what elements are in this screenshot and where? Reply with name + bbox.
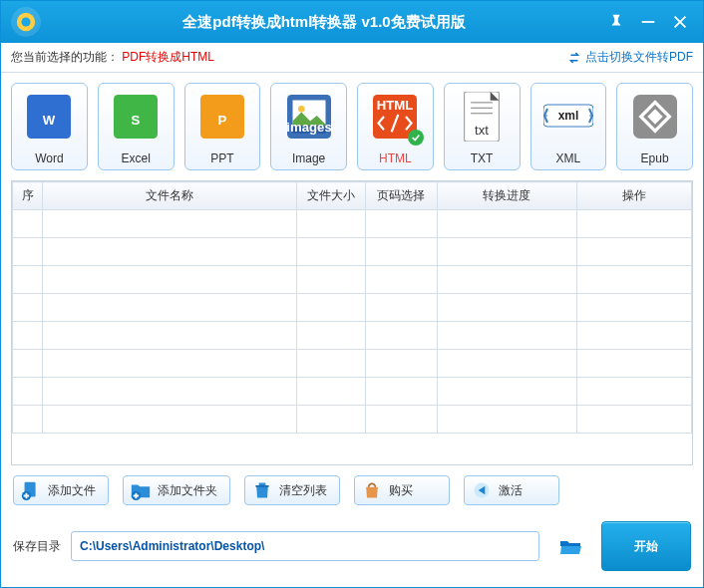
save-path-value: C:\Users\Administrator\Desktop\ — [80, 539, 264, 553]
app-window: 全速pdf转换成html转换器 v1.0免费试用版 您当前选择的功能： PDF转… — [0, 0, 704, 588]
table-cell — [297, 210, 365, 238]
col-header: 转换进度 — [437, 182, 576, 210]
table-row — [13, 294, 692, 322]
table-cell — [576, 378, 691, 406]
txt-icon: txt — [455, 90, 509, 144]
table-cell — [437, 322, 576, 350]
table-row — [13, 378, 692, 406]
svg-text:S: S — [132, 113, 141, 128]
format-label: Image — [292, 151, 325, 165]
switch-mode-label: 点击切换文件转PDF — [585, 49, 693, 66]
svg-text:images: images — [287, 120, 331, 135]
table-cell — [365, 294, 437, 322]
format-tile-html[interactable]: HTMLHTML — [357, 83, 434, 170]
switch-mode-link[interactable]: 点击切换文件转PDF — [567, 49, 693, 66]
function-bar: 您当前选择的功能： PDF转换成HTML 点击切换文件转PDF — [1, 43, 703, 73]
table-cell — [365, 378, 437, 406]
activate-label: 激活 — [499, 482, 523, 499]
table-cell — [297, 266, 365, 294]
table-cell — [437, 266, 576, 294]
table-row — [13, 266, 692, 294]
format-label: Excel — [121, 151, 150, 165]
svg-point-11 — [298, 106, 305, 113]
format-label: PPT — [210, 151, 233, 165]
window-controls — [607, 13, 689, 31]
format-tile-ppt[interactable]: PPPT — [184, 83, 261, 170]
table-row — [13, 406, 692, 434]
table-cell — [576, 238, 691, 266]
buy-label: 购买 — [389, 482, 413, 499]
current-function: 您当前选择的功能： PDF转换成HTML — [11, 49, 214, 66]
ppt-icon: P — [195, 90, 249, 144]
epub-icon — [628, 90, 682, 144]
add-file-icon — [20, 479, 42, 501]
col-header: 序 — [13, 182, 43, 210]
svg-text:txt: txt — [475, 123, 489, 138]
table-cell — [576, 322, 691, 350]
table-row — [13, 238, 692, 266]
clear-list-label: 清空列表 — [279, 482, 327, 499]
col-header: 文件大小 — [297, 182, 365, 210]
table-cell — [43, 350, 297, 378]
table-cell — [297, 294, 365, 322]
table-cell — [576, 350, 691, 378]
table-cell — [13, 266, 43, 294]
svg-rect-27 — [259, 483, 266, 486]
start-button[interactable]: 开始 — [601, 521, 691, 571]
svg-text:xml: xml — [558, 109, 579, 123]
table-row — [13, 322, 692, 350]
format-label: XML — [556, 151, 581, 165]
svg-text:HTML: HTML — [377, 98, 414, 113]
col-header: 页码选择 — [365, 182, 437, 210]
browse-button[interactable] — [549, 532, 591, 560]
add-folder-button[interactable]: 添加文件夹 — [123, 475, 230, 505]
table-cell — [43, 266, 297, 294]
format-tile-xml[interactable]: xmlXML — [530, 83, 607, 170]
minimize-icon[interactable] — [639, 13, 657, 31]
table-cell — [297, 378, 365, 406]
add-file-button[interactable]: 添加文件 — [13, 475, 109, 505]
table-row — [13, 350, 692, 378]
table-cell — [43, 294, 297, 322]
format-tile-word[interactable]: WWord — [11, 83, 88, 170]
pin-icon[interactable] — [607, 13, 625, 31]
table-cell — [365, 350, 437, 378]
svg-rect-2 — [642, 21, 655, 23]
window-title: 全速pdf转换成html转换器 v1.0免费试用版 — [41, 13, 607, 32]
table-cell — [297, 238, 365, 266]
current-function-prefix: 您当前选择的功能： — [11, 50, 119, 64]
word-icon: W — [22, 90, 76, 144]
format-tile-txt[interactable]: txtTXT — [444, 83, 521, 170]
format-label: Word — [35, 151, 63, 165]
svg-rect-28 — [255, 485, 268, 487]
table-cell — [13, 322, 43, 350]
table-cell — [437, 378, 576, 406]
format-tile-image[interactable]: imagesImage — [270, 83, 347, 170]
excel-icon: S — [109, 90, 163, 144]
html-icon: HTML — [368, 90, 422, 144]
table-cell — [437, 294, 576, 322]
table-cell — [365, 210, 437, 238]
format-tile-epub[interactable]: Epub — [616, 83, 693, 170]
close-icon[interactable] — [671, 13, 689, 31]
folder-open-icon — [554, 534, 586, 558]
buy-button[interactable]: 购买 — [354, 475, 450, 505]
save-dir-label: 保存目录 — [13, 538, 61, 555]
svg-text:W: W — [43, 113, 56, 128]
save-path-input[interactable]: C:\Users\Administrator\Desktop\ — [71, 531, 539, 561]
clear-list-button[interactable]: 清空列表 — [244, 475, 340, 505]
table-cell — [297, 406, 365, 434]
table-cell — [43, 238, 297, 266]
table-cell — [297, 322, 365, 350]
table-row — [13, 210, 692, 238]
activate-button[interactable]: 激活 — [464, 475, 559, 505]
table-cell — [576, 210, 691, 238]
table-cell — [43, 322, 297, 350]
format-tile-excel[interactable]: SExcel — [98, 83, 175, 170]
image-icon: images — [282, 90, 336, 144]
current-function-name: PDF转换成HTML — [122, 50, 214, 64]
table-cell — [13, 406, 43, 434]
format-label: Epub — [641, 151, 669, 165]
save-row: 保存目录 C:\Users\Administrator\Desktop\ 开始 — [1, 511, 703, 587]
add-file-label: 添加文件 — [48, 482, 96, 499]
